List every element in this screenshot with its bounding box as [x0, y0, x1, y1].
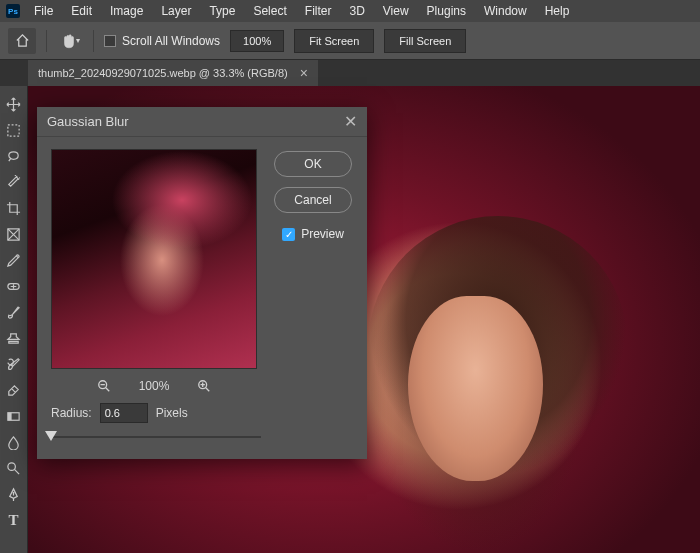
close-tab-icon[interactable]: ×: [300, 65, 308, 81]
menu-type[interactable]: Type: [201, 1, 243, 21]
frame-tool[interactable]: [1, 222, 27, 246]
document-tab[interactable]: thumb2_20240929071025.webp @ 33.3% (RGB/…: [28, 60, 318, 86]
options-bar: ▾ Scroll All Windows 100% Fit Screen Fil…: [0, 22, 700, 60]
filter-preview-image[interactable]: [51, 149, 257, 369]
zoom-level-field[interactable]: 100%: [230, 30, 284, 52]
lasso-tool[interactable]: [1, 144, 27, 168]
slider-thumb-icon[interactable]: [45, 431, 57, 441]
menu-bar: Ps File Edit Image Layer Type Select Fil…: [0, 0, 700, 22]
brush-tool[interactable]: [1, 300, 27, 324]
zoom-in-button[interactable]: [197, 379, 211, 393]
document-tab-bar: thumb2_20240929071025.webp @ 33.3% (RGB/…: [0, 60, 700, 86]
clone-stamp-tool[interactable]: [1, 326, 27, 350]
radius-label: Radius:: [51, 406, 92, 420]
history-brush-tool[interactable]: [1, 352, 27, 376]
menu-view[interactable]: View: [375, 1, 417, 21]
radius-input[interactable]: [100, 403, 148, 423]
close-icon[interactable]: ✕: [344, 112, 357, 131]
dialog-titlebar[interactable]: Gaussian Blur ✕: [37, 107, 367, 137]
move-tool[interactable]: [1, 92, 27, 116]
menu-file[interactable]: File: [26, 1, 61, 21]
checkmark-icon: ✓: [282, 228, 295, 241]
svg-rect-4: [8, 412, 12, 420]
zoom-out-button[interactable]: [97, 379, 111, 393]
hand-tool-icon[interactable]: ▾: [57, 30, 83, 52]
menu-3d[interactable]: 3D: [341, 1, 372, 21]
menu-plugins[interactable]: Plugins: [419, 1, 474, 21]
document-tab-title: thumb2_20240929071025.webp @ 33.3% (RGB/…: [38, 67, 288, 79]
crop-tool[interactable]: [1, 196, 27, 220]
app-logo-icon: Ps: [6, 4, 20, 18]
preview-zoom-level: 100%: [139, 379, 170, 393]
menu-edit[interactable]: Edit: [63, 1, 100, 21]
preview-checkbox-label: Preview: [301, 227, 344, 241]
gradient-tool[interactable]: [1, 404, 27, 428]
dialog-title: Gaussian Blur: [47, 114, 129, 129]
healing-brush-tool[interactable]: [1, 274, 27, 298]
menu-help[interactable]: Help: [537, 1, 578, 21]
checkbox-icon: [104, 35, 116, 47]
separator: [46, 30, 47, 52]
fit-screen-button[interactable]: Fit Screen: [294, 29, 374, 53]
radius-unit-label: Pixels: [156, 406, 188, 420]
home-button[interactable]: [8, 28, 36, 54]
tools-panel: T: [0, 86, 28, 553]
pen-tool[interactable]: [1, 482, 27, 506]
separator: [93, 30, 94, 52]
eyedropper-tool[interactable]: [1, 248, 27, 272]
svg-point-5: [8, 462, 16, 470]
gaussian-blur-dialog: Gaussian Blur ✕ 100% OK Cancel: [37, 107, 367, 459]
menu-window[interactable]: Window: [476, 1, 535, 21]
scroll-all-windows-checkbox[interactable]: Scroll All Windows: [104, 34, 220, 48]
blur-tool[interactable]: [1, 430, 27, 454]
menu-select[interactable]: Select: [245, 1, 294, 21]
radius-slider[interactable]: [51, 429, 261, 445]
fill-screen-button[interactable]: Fill Screen: [384, 29, 466, 53]
dodge-tool[interactable]: [1, 456, 27, 480]
magic-wand-tool[interactable]: [1, 170, 27, 194]
cancel-button[interactable]: Cancel: [274, 187, 352, 213]
type-tool[interactable]: T: [1, 508, 27, 532]
svg-rect-0: [8, 124, 19, 135]
marquee-tool[interactable]: [1, 118, 27, 142]
menu-filter[interactable]: Filter: [297, 1, 340, 21]
menu-image[interactable]: Image: [102, 1, 151, 21]
slider-track: [51, 436, 261, 438]
svg-point-6: [13, 491, 15, 493]
eraser-tool[interactable]: [1, 378, 27, 402]
preview-checkbox[interactable]: ✓ Preview: [282, 227, 344, 241]
home-icon: [15, 33, 30, 48]
ok-button[interactable]: OK: [274, 151, 352, 177]
scroll-all-windows-label: Scroll All Windows: [122, 34, 220, 48]
menu-layer[interactable]: Layer: [153, 1, 199, 21]
canvas-image: [408, 296, 543, 481]
